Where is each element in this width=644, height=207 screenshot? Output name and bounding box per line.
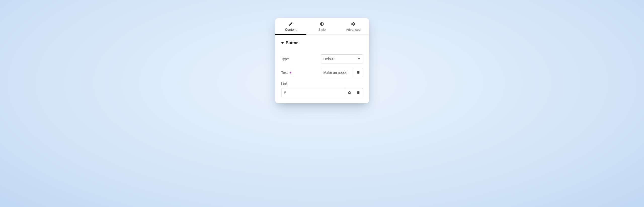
text-input-group <box>321 68 363 77</box>
text-label-text: Text <box>281 71 288 75</box>
database-icon <box>356 91 360 94</box>
section-header-button[interactable]: Button <box>275 35 369 47</box>
tab-content-label: Content <box>285 28 297 31</box>
tab-advanced-label: Advanced <box>346 28 360 31</box>
widget-settings-panel: Content Style Advanced Button Type Defau… <box>275 18 369 103</box>
type-select[interactable]: Default <box>321 54 363 63</box>
tabs-bar: Content Style Advanced <box>275 18 369 35</box>
section-title: Button <box>286 41 299 45</box>
tab-style[interactable]: Style <box>306 18 338 34</box>
link-dynamic-tags-button[interactable] <box>354 88 363 97</box>
database-icon <box>356 71 360 74</box>
chevron-down-icon <box>358 58 360 60</box>
type-select-value: Default <box>324 57 335 61</box>
link-options-button[interactable] <box>345 88 354 97</box>
type-label: Type <box>281 57 289 61</box>
text-label: Text ✦ <box>281 71 292 75</box>
field-row-type: Type Default <box>281 54 363 63</box>
link-input[interactable] <box>281 88 345 97</box>
caret-down-icon <box>281 42 284 44</box>
field-row-link: Link <box>281 82 363 97</box>
tab-content[interactable]: Content <box>275 18 306 34</box>
contrast-icon <box>320 22 324 26</box>
tab-advanced[interactable]: Advanced <box>338 18 369 34</box>
fields-container: Type Default Text ✦ Link <box>275 47 369 103</box>
dynamic-tags-button[interactable] <box>354 68 363 77</box>
gear-icon <box>348 91 351 94</box>
link-input-group <box>281 88 363 97</box>
field-row-text: Text ✦ <box>281 68 363 77</box>
text-input[interactable] <box>321 68 354 77</box>
ai-sparkle-icon: ✦ <box>289 71 292 74</box>
gear-icon <box>351 22 355 26</box>
pencil-icon <box>289 22 293 26</box>
link-label: Link <box>281 82 363 86</box>
tab-style-label: Style <box>318 28 326 31</box>
